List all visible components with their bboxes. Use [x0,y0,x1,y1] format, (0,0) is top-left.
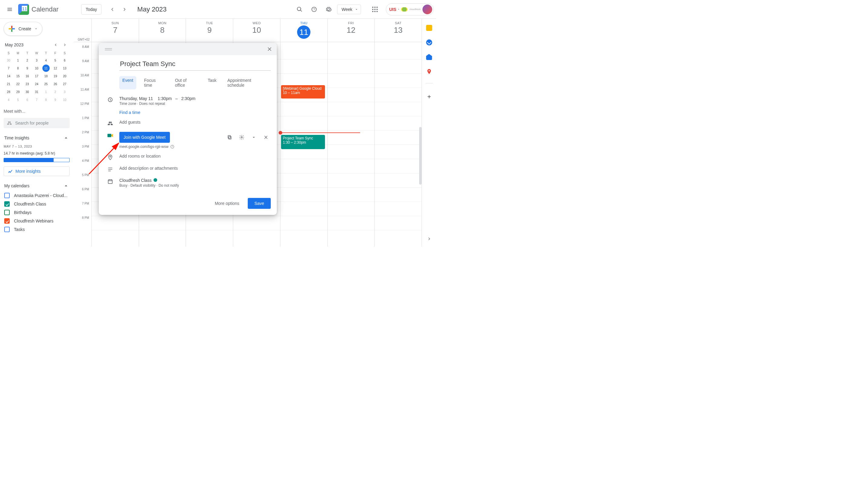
calendar-row[interactable]: Birthdays [4,208,70,217]
mini-cal-day[interactable]: 9 [23,64,32,72]
mini-cal-day[interactable]: 5 [51,57,60,64]
next-week-icon[interactable] [118,3,130,16]
calendar-checkbox[interactable] [4,193,10,198]
more-options-button[interactable]: More options [211,198,244,209]
mini-cal-day[interactable]: 6 [60,57,69,64]
mini-cal-day[interactable]: 15 [13,73,23,80]
avatar[interactable] [423,4,432,14]
day-header[interactable]: FRI12 [328,19,375,42]
event-type-tab[interactable]: Task [205,76,220,89]
mini-cal-day[interactable]: 1 [41,88,50,95]
join-meet-button[interactable]: Join with Google Meet [119,132,170,143]
meet-settings-icon[interactable] [237,133,247,142]
menu-icon[interactable] [4,3,16,16]
mini-cal-day[interactable]: 21 [4,80,13,88]
panel-collapse-icon[interactable] [424,234,434,244]
event-type-tab[interactable]: Focus time [141,76,167,89]
event-type-tab[interactable]: Appointment schedule [224,76,271,89]
calendar-row[interactable]: Cloudfresh Webinars [4,217,70,225]
settings-icon[interactable] [322,3,335,16]
google-apps-icon[interactable] [369,3,381,16]
mini-cal-day[interactable]: 8 [41,96,50,103]
search-icon[interactable] [293,3,306,16]
keep-icon[interactable] [426,25,432,31]
mini-cal-day[interactable]: 26 [51,80,60,88]
prev-week-icon[interactable] [106,3,118,16]
mini-cal-day[interactable]: 3 [32,57,41,64]
mini-next-icon[interactable] [61,41,68,49]
mini-cal-day[interactable]: 22 [13,80,23,88]
my-calendars-header[interactable]: My calendars [4,181,70,190]
mini-cal-day[interactable]: 18 [41,73,50,80]
event-date-time[interactable]: Thursday, May 11 1:30pm – 2:30pm [119,96,195,101]
mini-cal-day[interactable]: 7 [32,96,41,103]
meet-options-icon[interactable] [249,133,259,142]
calendar-row[interactable]: Cloudfresh Class [4,200,70,208]
mini-cal-day[interactable]: 23 [23,80,32,88]
mini-cal-day[interactable]: 27 [60,80,69,88]
remove-meet-icon[interactable] [261,133,271,142]
mini-cal-day[interactable]: 28 [4,88,13,95]
mini-cal-day[interactable]: 29 [13,88,23,95]
mini-cal-day[interactable]: 10 [32,64,41,72]
mini-cal-day[interactable]: 5 [13,96,23,103]
mini-cal-day[interactable]: 6 [23,96,32,103]
mini-prev-icon[interactable] [52,41,59,49]
calendar-checkbox[interactable] [4,227,10,232]
day-header[interactable]: SAT13 [374,19,422,42]
calendar-checkbox[interactable] [4,218,10,224]
save-button[interactable]: Save [248,198,271,209]
mini-cal-day[interactable]: 8 [13,64,23,72]
calendar-checkbox[interactable] [4,210,10,215]
close-icon[interactable] [265,44,274,54]
today-button[interactable]: Today [81,4,101,15]
more-insights-button[interactable]: More insights [4,166,70,176]
day-column[interactable] [328,42,375,247]
mini-cal-day[interactable]: 1 [13,57,23,64]
mini-cal-day[interactable]: 25 [41,80,50,88]
mini-cal-day[interactable]: 4 [41,57,50,64]
mini-cal-day[interactable]: 20 [60,73,69,80]
drag-handle-icon[interactable] [105,48,112,49]
find-time-link[interactable]: Find a time [119,110,195,115]
mini-cal-day[interactable]: 30 [4,57,13,64]
meet-link[interactable]: meet.google.com/bgs-rgii-wsw ? [119,145,271,149]
day-header[interactable]: SUN7 [91,19,139,42]
calendar-row[interactable]: Anastasiia Puzerei - Cloud... [4,191,70,200]
people-search[interactable]: Search for people [4,118,70,128]
add-description[interactable]: Add description or attachments [119,166,178,171]
event-type-tab[interactable]: Event [119,76,136,89]
add-location[interactable]: Add rooms or location [119,154,160,158]
mini-cal-day[interactable]: 14 [4,73,13,80]
mini-cal-day[interactable]: 4 [4,96,13,103]
mini-cal-day[interactable]: 7 [4,64,13,72]
event-block[interactable]: [Webinar] Google Cloud10 – 11am [281,85,325,98]
contacts-icon[interactable] [426,54,432,60]
help-icon[interactable]: ? [308,3,320,16]
mini-cal-day[interactable]: 2 [23,57,32,64]
copy-link-icon[interactable] [225,133,235,142]
maps-icon[interactable] [426,68,432,75]
event-type-tab[interactable]: Out of office [172,76,200,89]
event-title-input[interactable] [119,58,271,70]
create-button[interactable]: Create [4,22,42,36]
mini-cal-day[interactable]: 11 [41,64,50,72]
view-select[interactable]: Week [337,4,361,14]
tasks-icon[interactable] [426,39,432,46]
scrollbar[interactable] [419,127,422,184]
mini-cal-day[interactable]: 10 [60,96,69,103]
mini-cal-day[interactable]: 19 [51,73,60,80]
mini-cal-day[interactable]: 9 [51,96,60,103]
mini-cal-day[interactable]: 31 [32,88,41,95]
day-header[interactable]: WED10 [233,19,280,42]
mini-calendar[interactable]: SMTWTFS 30123456789101112131415161718192… [4,50,70,104]
add-guests[interactable]: Add guests [119,120,141,124]
mini-cal-day[interactable]: 16 [23,73,32,80]
day-column[interactable] [374,42,422,247]
day-header[interactable]: MON8 [139,19,186,42]
event-block[interactable]: Project Team Sync1:30 – 2:30pm [281,135,325,149]
mini-cal-day[interactable]: 30 [23,88,32,95]
calendar-row[interactable]: Tasks [4,225,70,234]
calendar-checkbox[interactable] [4,201,10,207]
mini-cal-day[interactable]: 12 [51,64,60,72]
